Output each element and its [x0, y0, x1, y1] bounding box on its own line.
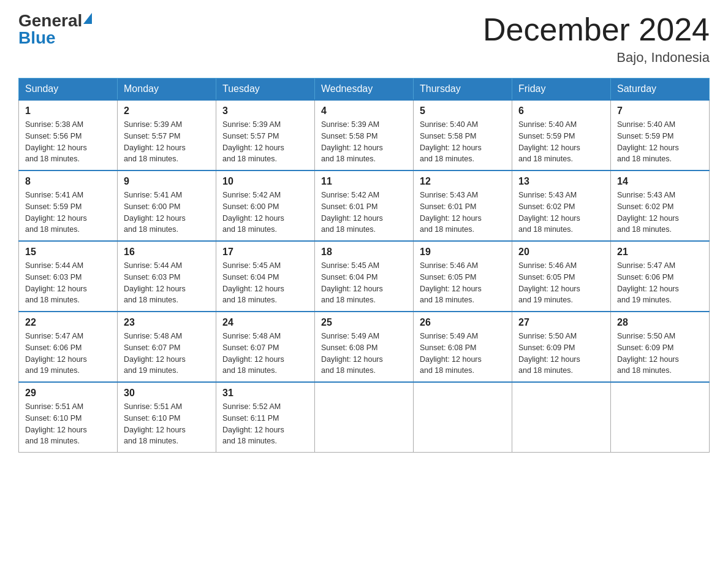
- calendar-cell: 3Sunrise: 5:39 AMSunset: 5:57 PMDaylight…: [216, 100, 315, 170]
- day-number: 28: [617, 317, 703, 328]
- calendar-cell: 30Sunrise: 5:51 AMSunset: 6:10 PMDayligh…: [118, 382, 216, 453]
- day-number: 4: [321, 105, 407, 117]
- day-number: 15: [25, 247, 111, 258]
- day-info: Sunrise: 5:48 AMSunset: 6:07 PMDaylight:…: [124, 331, 210, 377]
- day-info: Sunrise: 5:52 AMSunset: 6:11 PMDaylight:…: [222, 401, 308, 447]
- calendar-cell: 27Sunrise: 5:50 AMSunset: 6:09 PMDayligh…: [512, 312, 611, 382]
- weekday-header-saturday: Saturday: [611, 79, 710, 101]
- day-number: 29: [25, 388, 111, 399]
- calendar-cell: 13Sunrise: 5:43 AMSunset: 6:02 PMDayligh…: [512, 170, 611, 241]
- day-info: Sunrise: 5:50 AMSunset: 6:09 PMDaylight:…: [518, 331, 604, 377]
- day-number: 22: [25, 317, 111, 328]
- calendar-cell: 7Sunrise: 5:40 AMSunset: 5:59 PMDaylight…: [611, 100, 710, 170]
- day-info: Sunrise: 5:48 AMSunset: 6:07 PMDaylight:…: [222, 331, 308, 377]
- day-info: Sunrise: 5:47 AMSunset: 6:06 PMDaylight:…: [617, 260, 703, 306]
- day-info: Sunrise: 5:45 AMSunset: 6:04 PMDaylight:…: [222, 260, 308, 306]
- day-number: 25: [321, 317, 407, 328]
- weekday-header-monday: Monday: [118, 79, 216, 101]
- logo-general-text: General: [18, 12, 82, 29]
- day-number: 2: [124, 105, 210, 117]
- day-info: Sunrise: 5:41 AMSunset: 6:00 PMDaylight:…: [124, 190, 210, 236]
- day-number: 9: [124, 176, 210, 187]
- calendar-cell: [611, 382, 710, 453]
- calendar-cell: 29Sunrise: 5:51 AMSunset: 6:10 PMDayligh…: [19, 382, 118, 453]
- calendar-cell: 23Sunrise: 5:48 AMSunset: 6:07 PMDayligh…: [118, 312, 216, 382]
- calendar-table: SundayMondayTuesdayWednesdayThursdayFrid…: [18, 78, 710, 453]
- day-number: 16: [124, 247, 210, 258]
- day-number: 23: [124, 317, 210, 328]
- day-number: 31: [222, 388, 308, 399]
- day-info: Sunrise: 5:46 AMSunset: 6:05 PMDaylight:…: [420, 260, 506, 306]
- calendar-cell: 20Sunrise: 5:46 AMSunset: 6:05 PMDayligh…: [512, 241, 611, 312]
- day-info: Sunrise: 5:42 AMSunset: 6:01 PMDaylight:…: [321, 190, 407, 236]
- calendar-cell: 11Sunrise: 5:42 AMSunset: 6:01 PMDayligh…: [315, 170, 414, 241]
- day-info: Sunrise: 5:49 AMSunset: 6:08 PMDaylight:…: [321, 331, 407, 377]
- day-info: Sunrise: 5:44 AMSunset: 6:03 PMDaylight:…: [25, 260, 111, 306]
- calendar-cell: 12Sunrise: 5:43 AMSunset: 6:01 PMDayligh…: [414, 170, 512, 241]
- day-number: 7: [617, 105, 703, 117]
- day-number: 27: [518, 317, 604, 328]
- logo-arrow-icon: [83, 13, 92, 24]
- day-number: 11: [321, 176, 407, 187]
- page-header: General Blue December 2024 Bajo, Indones…: [18, 12, 710, 66]
- logo-blue-text: Blue: [18, 29, 56, 47]
- day-number: 26: [420, 317, 506, 328]
- day-info: Sunrise: 5:40 AMSunset: 5:58 PMDaylight:…: [420, 119, 506, 165]
- week-row-5: 29Sunrise: 5:51 AMSunset: 6:10 PMDayligh…: [19, 382, 710, 453]
- day-number: 18: [321, 247, 407, 258]
- calendar-cell: 1Sunrise: 5:38 AMSunset: 5:56 PMDaylight…: [19, 100, 118, 170]
- weekday-header-thursday: Thursday: [414, 79, 512, 101]
- day-info: Sunrise: 5:47 AMSunset: 6:06 PMDaylight:…: [25, 331, 111, 377]
- day-info: Sunrise: 5:44 AMSunset: 6:03 PMDaylight:…: [124, 260, 210, 306]
- day-info: Sunrise: 5:50 AMSunset: 6:09 PMDaylight:…: [617, 331, 703, 377]
- day-info: Sunrise: 5:43 AMSunset: 6:01 PMDaylight:…: [420, 190, 506, 236]
- day-number: 10: [222, 176, 308, 187]
- title-area: December 2024 Bajo, Indonesia: [483, 12, 710, 66]
- day-info: Sunrise: 5:41 AMSunset: 5:59 PMDaylight:…: [25, 190, 111, 236]
- weekday-header-tuesday: Tuesday: [216, 79, 315, 101]
- calendar-cell: [315, 382, 414, 453]
- month-title: December 2024: [483, 12, 710, 47]
- calendar-cell: 8Sunrise: 5:41 AMSunset: 5:59 PMDaylight…: [19, 170, 118, 241]
- weekday-header-wednesday: Wednesday: [315, 79, 414, 101]
- day-number: 20: [518, 247, 604, 258]
- day-info: Sunrise: 5:45 AMSunset: 6:04 PMDaylight:…: [321, 260, 407, 306]
- day-number: 30: [124, 388, 210, 399]
- calendar-cell: [512, 382, 611, 453]
- calendar-cell: 19Sunrise: 5:46 AMSunset: 6:05 PMDayligh…: [414, 241, 512, 312]
- day-number: 1: [25, 105, 111, 117]
- day-info: Sunrise: 5:49 AMSunset: 6:08 PMDaylight:…: [420, 331, 506, 377]
- location: Bajo, Indonesia: [483, 50, 710, 66]
- day-number: 6: [518, 105, 604, 117]
- week-row-1: 1Sunrise: 5:38 AMSunset: 5:56 PMDaylight…: [19, 100, 710, 170]
- day-number: 17: [222, 247, 308, 258]
- logo: General Blue: [18, 12, 92, 47]
- calendar-cell: 24Sunrise: 5:48 AMSunset: 6:07 PMDayligh…: [216, 312, 315, 382]
- calendar-cell: 4Sunrise: 5:39 AMSunset: 5:58 PMDaylight…: [315, 100, 414, 170]
- calendar-cell: 18Sunrise: 5:45 AMSunset: 6:04 PMDayligh…: [315, 241, 414, 312]
- day-info: Sunrise: 5:39 AMSunset: 5:57 PMDaylight:…: [124, 119, 210, 165]
- day-info: Sunrise: 5:40 AMSunset: 5:59 PMDaylight:…: [518, 119, 604, 165]
- calendar-cell: 17Sunrise: 5:45 AMSunset: 6:04 PMDayligh…: [216, 241, 315, 312]
- calendar-cell: 5Sunrise: 5:40 AMSunset: 5:58 PMDaylight…: [414, 100, 512, 170]
- day-info: Sunrise: 5:51 AMSunset: 6:10 PMDaylight:…: [25, 401, 111, 447]
- day-number: 13: [518, 176, 604, 187]
- calendar-cell: 16Sunrise: 5:44 AMSunset: 6:03 PMDayligh…: [118, 241, 216, 312]
- calendar-cell: 9Sunrise: 5:41 AMSunset: 6:00 PMDaylight…: [118, 170, 216, 241]
- day-number: 12: [420, 176, 506, 187]
- day-info: Sunrise: 5:39 AMSunset: 5:57 PMDaylight:…: [222, 119, 308, 165]
- calendar-cell: 22Sunrise: 5:47 AMSunset: 6:06 PMDayligh…: [19, 312, 118, 382]
- calendar-cell: 28Sunrise: 5:50 AMSunset: 6:09 PMDayligh…: [611, 312, 710, 382]
- weekday-header-sunday: Sunday: [19, 79, 118, 101]
- day-number: 14: [617, 176, 703, 187]
- calendar-cell: 26Sunrise: 5:49 AMSunset: 6:08 PMDayligh…: [414, 312, 512, 382]
- weekday-header-row: SundayMondayTuesdayWednesdayThursdayFrid…: [19, 79, 710, 101]
- week-row-2: 8Sunrise: 5:41 AMSunset: 5:59 PMDaylight…: [19, 170, 710, 241]
- day-number: 24: [222, 317, 308, 328]
- day-info: Sunrise: 5:43 AMSunset: 6:02 PMDaylight:…: [518, 190, 604, 236]
- day-info: Sunrise: 5:46 AMSunset: 6:05 PMDaylight:…: [518, 260, 604, 306]
- calendar-cell: 21Sunrise: 5:47 AMSunset: 6:06 PMDayligh…: [611, 241, 710, 312]
- calendar-cell: 25Sunrise: 5:49 AMSunset: 6:08 PMDayligh…: [315, 312, 414, 382]
- day-info: Sunrise: 5:38 AMSunset: 5:56 PMDaylight:…: [25, 119, 111, 165]
- week-row-4: 22Sunrise: 5:47 AMSunset: 6:06 PMDayligh…: [19, 312, 710, 382]
